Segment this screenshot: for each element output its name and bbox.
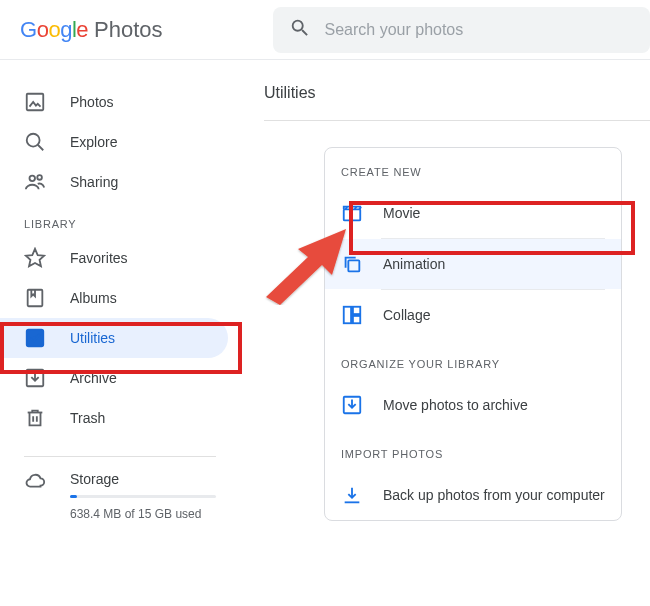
storage-label: Storage xyxy=(70,471,216,487)
product-name: Photos xyxy=(94,17,163,43)
svg-marker-5 xyxy=(26,249,44,266)
svg-line-2 xyxy=(38,145,44,151)
people-icon xyxy=(24,171,46,193)
google-photos-logo: Google Photos xyxy=(20,17,163,43)
trash-icon xyxy=(24,407,46,429)
nav-label: Explore xyxy=(70,134,117,150)
nav-label: Albums xyxy=(70,290,117,306)
sidebar: Photos Explore Sharing LIBRARY Favorites… xyxy=(0,60,240,523)
archive-icon xyxy=(24,367,46,389)
cloud-icon xyxy=(24,471,46,493)
download-icon xyxy=(341,484,363,506)
app-header: Google Photos xyxy=(0,0,650,60)
item-label: Back up photos from your computer xyxy=(383,486,605,504)
storage-row[interactable]: Storage 638.4 MB of 15 GB used xyxy=(0,471,240,523)
nav-label: Favorites xyxy=(70,250,128,266)
image-icon xyxy=(24,91,46,113)
nav-label: Trash xyxy=(70,410,105,426)
google-wordmark: Google xyxy=(20,17,88,43)
sidebar-item-utilities[interactable]: Utilities xyxy=(0,318,228,358)
svg-rect-11 xyxy=(348,260,359,271)
search-box[interactable] xyxy=(273,7,650,53)
item-label: Movie xyxy=(383,204,420,222)
sidebar-item-favorites[interactable]: Favorites xyxy=(0,238,228,278)
archive-down-icon xyxy=(341,394,363,416)
svg-rect-0 xyxy=(27,94,44,111)
sidebar-item-archive[interactable]: Archive xyxy=(0,358,228,398)
nav-label: Photos xyxy=(70,94,114,110)
backup-item[interactable]: Back up photos from your computer xyxy=(325,470,621,520)
utilities-card: CREATE NEW Movie Animation Collage ORGAN… xyxy=(324,147,622,521)
main-content: Utilities CREATE NEW Movie Animation Col… xyxy=(240,60,650,523)
sidebar-item-explore[interactable]: Explore xyxy=(0,122,228,162)
sidebar-item-photos[interactable]: Photos xyxy=(0,82,228,122)
organize-label: ORGANIZE YOUR LIBRARY xyxy=(325,340,621,380)
create-animation-item[interactable]: Animation xyxy=(325,239,621,289)
item-label: Move photos to archive xyxy=(383,396,528,414)
sidebar-item-albums[interactable]: Albums xyxy=(0,278,228,318)
search-icon xyxy=(289,17,311,43)
search-icon xyxy=(24,131,46,153)
svg-point-3 xyxy=(30,176,36,182)
storage-text: 638.4 MB of 15 GB used xyxy=(70,506,216,523)
stack-icon xyxy=(341,253,363,275)
create-collage-item[interactable]: Collage xyxy=(325,290,621,340)
nav-label: Archive xyxy=(70,370,117,386)
svg-rect-14 xyxy=(353,316,360,323)
item-label: Animation xyxy=(383,255,445,273)
nav-label: Sharing xyxy=(70,174,118,190)
svg-point-4 xyxy=(37,175,42,180)
sidebar-item-trash[interactable]: Trash xyxy=(0,398,228,438)
import-label: IMPORT PHOTOS xyxy=(325,430,621,470)
collage-icon xyxy=(341,304,363,326)
search-input[interactable] xyxy=(325,21,634,39)
nav-label: Utilities xyxy=(70,330,115,346)
svg-rect-10 xyxy=(344,209,361,220)
bookmark-icon xyxy=(24,287,46,309)
create-new-label: CREATE NEW xyxy=(325,148,621,188)
svg-rect-12 xyxy=(344,307,351,324)
clapper-icon xyxy=(341,202,363,224)
move-archive-item[interactable]: Move photos to archive xyxy=(325,380,621,430)
page-title: Utilities xyxy=(264,84,650,121)
create-movie-item[interactable]: Movie xyxy=(325,188,621,238)
item-label: Collage xyxy=(383,306,430,324)
storage-bar xyxy=(70,495,216,498)
svg-point-1 xyxy=(27,134,40,147)
star-icon xyxy=(24,247,46,269)
svg-rect-13 xyxy=(353,307,360,314)
library-label: LIBRARY xyxy=(0,202,240,238)
sidebar-item-sharing[interactable]: Sharing xyxy=(0,162,228,202)
check-square-icon xyxy=(24,327,46,349)
sidebar-divider xyxy=(24,456,216,457)
